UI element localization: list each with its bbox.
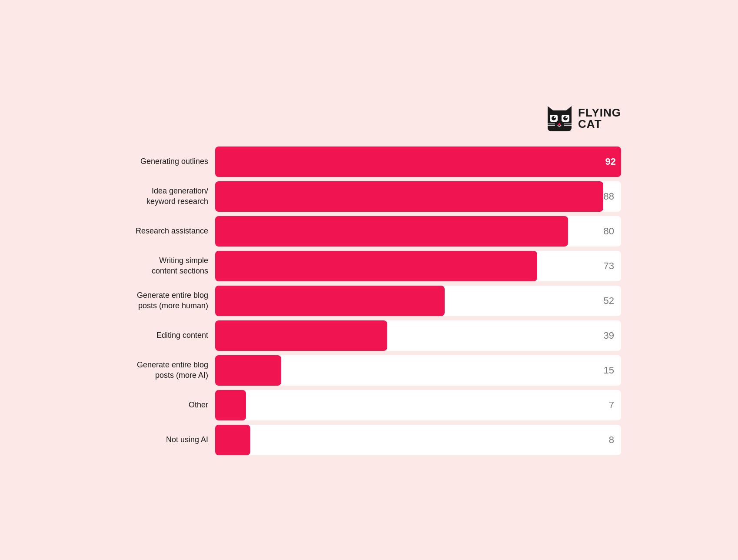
bar-value: 8 bbox=[609, 434, 614, 446]
bar-row: Not using AI8 bbox=[113, 425, 621, 455]
bar-track: 8 bbox=[215, 425, 621, 455]
bar-track: 88 bbox=[215, 181, 621, 212]
svg-point-7 bbox=[554, 117, 555, 118]
bar-label: Idea generation/keyword research bbox=[113, 186, 208, 207]
bar-row: Editing content39 bbox=[113, 320, 621, 351]
bar-track: 39 bbox=[215, 320, 621, 351]
bar-value: 92 bbox=[605, 156, 616, 167]
bar-row: Writing simplecontent sections73 bbox=[113, 251, 621, 281]
bar-fill bbox=[215, 320, 387, 351]
bar-label: Generate entire blogposts (more AI) bbox=[113, 360, 208, 380]
bar-row: Generate entire blogposts (more human)52 bbox=[113, 286, 621, 316]
bar-label: Other bbox=[113, 400, 208, 410]
bar-track: 92 bbox=[215, 147, 621, 177]
bar-label: Research assistance bbox=[113, 226, 208, 236]
bar-value: 73 bbox=[604, 260, 614, 272]
bar-label: Writing simplecontent sections bbox=[113, 256, 208, 276]
logo-brand-name: FLYINGCAT bbox=[578, 107, 621, 130]
bar-label: Generate entire blogposts (more human) bbox=[113, 290, 208, 311]
bar-fill bbox=[215, 390, 246, 420]
bar-value: 88 bbox=[604, 191, 614, 202]
bar-value: 39 bbox=[604, 330, 614, 341]
bar-fill bbox=[215, 286, 445, 316]
svg-point-5 bbox=[552, 116, 556, 120]
bar-row: Research assistance80 bbox=[113, 216, 621, 247]
bars-section: Generating outlines92Idea generation/key… bbox=[113, 147, 621, 455]
bar-track: 15 bbox=[215, 355, 621, 386]
bar-row: Generating outlines92 bbox=[113, 147, 621, 177]
logo-text: FLYINGCAT bbox=[578, 107, 621, 131]
bar-value: 15 bbox=[604, 365, 614, 376]
bar-value: 52 bbox=[604, 295, 614, 307]
chart-header: FLYINGCAT bbox=[113, 105, 621, 133]
bar-value: 7 bbox=[609, 400, 614, 411]
bar-fill: 92 bbox=[215, 147, 621, 177]
bar-track: 80 bbox=[215, 216, 621, 247]
svg-point-8 bbox=[565, 117, 567, 118]
bar-row: Idea generation/keyword research88 bbox=[113, 181, 621, 212]
bar-label: Not using AI bbox=[113, 435, 208, 445]
bar-row: Other7 bbox=[113, 390, 621, 420]
bar-row: Generate entire blogposts (more AI)15 bbox=[113, 355, 621, 386]
bar-label: Generating outlines bbox=[113, 157, 208, 167]
bar-track: 52 bbox=[215, 286, 621, 316]
chart-container: FLYINGCAT Generating outlines92Idea gene… bbox=[95, 88, 643, 473]
bar-fill bbox=[215, 216, 568, 247]
logo-area: FLYINGCAT bbox=[545, 105, 621, 133]
bar-fill bbox=[215, 425, 250, 455]
bar-label: Editing content bbox=[113, 330, 208, 340]
bar-fill bbox=[215, 181, 603, 212]
bar-value: 80 bbox=[604, 226, 614, 237]
svg-point-6 bbox=[563, 116, 568, 120]
bar-fill bbox=[215, 251, 537, 281]
bar-track: 7 bbox=[215, 390, 621, 420]
bar-fill bbox=[215, 355, 281, 386]
bar-track: 73 bbox=[215, 251, 621, 281]
cat-logo-icon bbox=[545, 105, 574, 133]
